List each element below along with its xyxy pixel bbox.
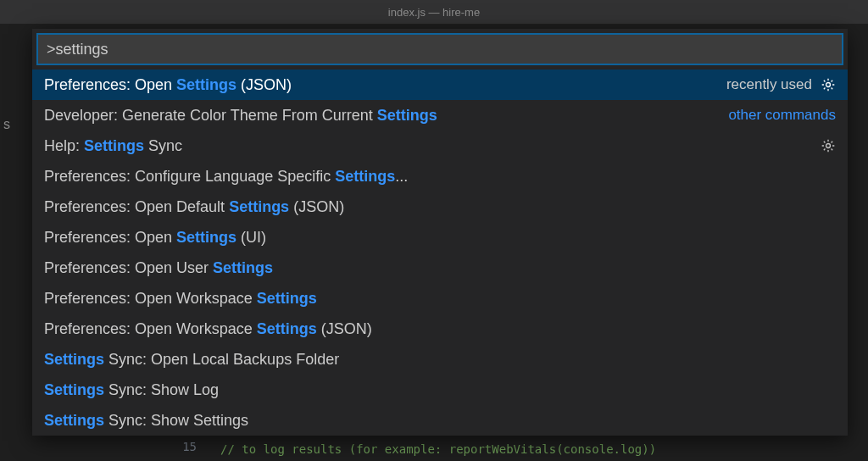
command-palette-item[interactable]: Preferences: Open Workspace Settings (JS… xyxy=(32,314,848,344)
command-palette-item[interactable]: Help: Settings Sync xyxy=(32,131,848,161)
editor-window: index.js — hire-me s 15 // to log result… xyxy=(0,0,868,461)
code-line: // to log results (for example: reportWe… xyxy=(220,442,656,456)
window-title: index.js — hire-me xyxy=(388,6,480,19)
command-palette-item[interactable]: Developer: Generate Color Theme From Cur… xyxy=(32,100,848,131)
svg-point-0 xyxy=(826,83,831,87)
command-item-label: Preferences: Configure Language Specific… xyxy=(44,168,408,186)
command-palette-item[interactable]: Preferences: Configure Language Specific… xyxy=(32,161,848,192)
titlebar: index.js — hire-me xyxy=(0,0,868,24)
command-item-label: Settings Sync: Open Local Backups Folder xyxy=(44,351,339,369)
command-item-meta: other commands xyxy=(728,107,836,124)
line-number: 15 xyxy=(182,437,197,456)
command-item-label: Preferences: Open Settings (UI) xyxy=(44,229,266,247)
command-item-label: Preferences: Open Settings (JSON) xyxy=(44,76,292,94)
command-palette-item[interactable]: Settings Sync: Show Settings xyxy=(32,405,848,436)
command-item-meta-text: recently used xyxy=(726,76,812,93)
command-palette-item[interactable]: Settings Sync: Show Log xyxy=(32,375,848,405)
command-palette-item[interactable]: Preferences: Open Workspace Settings xyxy=(32,283,848,314)
command-item-label: Preferences: Open Workspace Settings (JS… xyxy=(44,320,372,338)
command-palette: Preferences: Open Settings (JSON)recentl… xyxy=(32,29,848,436)
command-item-label: Settings Sync: Show Log xyxy=(44,381,219,399)
command-palette-input-wrap xyxy=(32,29,848,69)
command-palette-item[interactable]: Preferences: Open Settings (JSON)recentl… xyxy=(32,69,848,100)
command-palette-item[interactable]: Preferences: Open Default Settings (JSON… xyxy=(32,192,848,222)
command-item-meta xyxy=(821,138,836,153)
gear-icon[interactable] xyxy=(821,138,836,153)
command-item-meta: recently used xyxy=(726,76,836,93)
command-item-label: Preferences: Open Workspace Settings xyxy=(44,290,317,308)
command-item-label: Help: Settings Sync xyxy=(44,137,182,155)
command-palette-item[interactable]: Preferences: Open Settings (UI) xyxy=(32,222,848,253)
gear-icon[interactable] xyxy=(821,77,836,92)
command-palette-item[interactable]: Preferences: Open User Settings xyxy=(32,253,848,283)
command-item-meta-text: other commands xyxy=(728,107,836,124)
command-item-label: Preferences: Open User Settings xyxy=(44,259,273,277)
svg-point-1 xyxy=(826,144,831,148)
command-palette-item[interactable]: Settings Sync: Open Local Backups Folder xyxy=(32,344,848,375)
command-item-label: Preferences: Open Default Settings (JSON… xyxy=(44,198,344,216)
command-item-label: Developer: Generate Color Theme From Cur… xyxy=(44,107,437,125)
sidebar-fragment: s xyxy=(0,117,10,137)
command-palette-input[interactable] xyxy=(37,34,843,64)
command-palette-list: Preferences: Open Settings (JSON)recentl… xyxy=(32,69,848,436)
command-item-label: Settings Sync: Show Settings xyxy=(44,412,248,430)
